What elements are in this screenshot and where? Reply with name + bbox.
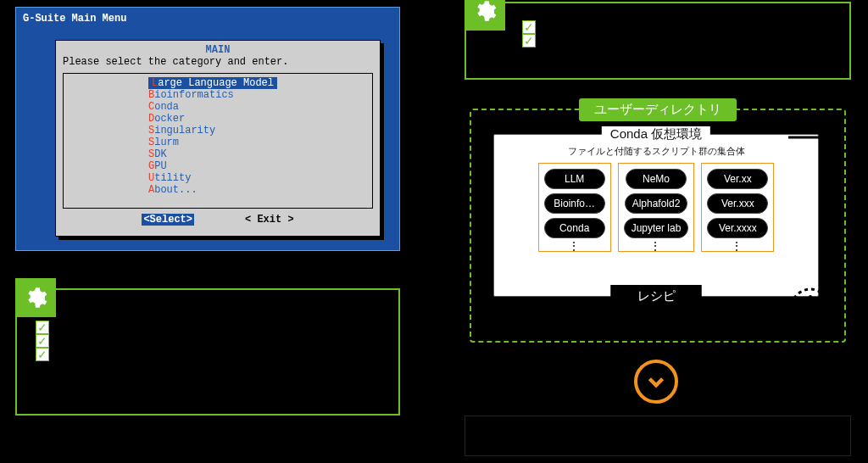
gear-badge xyxy=(15,278,56,317)
select-button[interactable]: <Select> xyxy=(142,214,194,226)
conda-env-box: Conda 仮想環境 ファイルと付随するスクリプト群の集合体 LLM Bioin… xyxy=(493,134,819,297)
recipe-pill: Alphafold2 xyxy=(625,193,688,214)
check-item: ✓ xyxy=(36,334,385,348)
recipe-pill: Ver.xx xyxy=(707,169,768,189)
check-icon: ✓ xyxy=(522,20,536,34)
feature-panel-left: ✓ ✓ ✓ xyxy=(15,288,400,416)
download-arrow-icon xyxy=(785,134,831,329)
menu-item-sdk[interactable]: SDK xyxy=(64,148,372,160)
menu-item-gpu[interactable]: GPU xyxy=(64,160,372,172)
recipe-group: Ver.xx Ver.xxx Ver.xxxx ⋮ xyxy=(701,163,774,252)
gear-badge xyxy=(465,0,505,31)
recipe-pill: LLM xyxy=(544,169,605,189)
check-list: ✓ ✓ ✓ xyxy=(17,290,398,371)
terminal-title: G-Suite Main Menu xyxy=(23,13,392,25)
ellipsis-icon: ⋮ xyxy=(649,243,663,249)
recipe-pill: Jupyter lab xyxy=(624,218,689,238)
menu-list: Large Language Model Bioinformatics Cond… xyxy=(63,73,373,209)
menu-item-conda[interactable]: Conda xyxy=(64,101,372,113)
recipe-pill: NeMo xyxy=(626,169,687,189)
user-directory-diagram: ユーザーディレクトリ Conda 仮想環境 ファイルと付随するスクリプト群の集合… xyxy=(465,93,851,348)
check-item: ✓ xyxy=(36,321,385,334)
dialog-button-row: <Select> < Exit > xyxy=(63,214,373,226)
menu-item-singularity[interactable]: Singularity xyxy=(64,125,372,137)
recipe-pill: Conda xyxy=(544,218,605,238)
ellipsis-icon: ⋮ xyxy=(568,243,581,249)
recipe-group: NeMo Alphafold2 Jupyter lab ⋮ xyxy=(618,163,695,252)
dialog-prompt: Please select the category and enter. xyxy=(63,56,373,68)
gear-icon xyxy=(24,286,47,310)
terminal-dialog: MAIN Please select the category and ente… xyxy=(55,40,381,237)
terminal-window: G-Suite Main Menu MAIN Please select the… xyxy=(15,7,400,251)
check-icon: ✓ xyxy=(522,34,536,47)
dialog-header: MAIN xyxy=(63,44,373,56)
check-icon: ✓ xyxy=(36,348,49,361)
recipe-pill: Ver.xxxx xyxy=(707,218,768,238)
output-box xyxy=(465,416,851,456)
check-icon: ✓ xyxy=(36,321,49,334)
recipe-pill: Bioinfo… xyxy=(544,193,605,214)
menu-item-docker[interactable]: Docker xyxy=(64,113,372,125)
user-directory-label: ユーザーディレクトリ xyxy=(579,98,737,121)
menu-item-about[interactable]: About... xyxy=(64,184,372,196)
recipe-pill: Ver.xxx xyxy=(707,193,768,214)
recipe-group: LLM Bioinfo… Conda ⋮ xyxy=(538,163,611,252)
svg-rect-1 xyxy=(802,317,819,321)
menu-item-bioinformatics[interactable]: Bioinformatics xyxy=(64,89,372,101)
check-list: ✓ ✓ xyxy=(466,3,849,54)
menu-item-llm[interactable]: Large Language Model xyxy=(148,77,277,89)
chevron-down-icon xyxy=(634,360,678,404)
feature-panel-right: ✓ ✓ xyxy=(465,2,851,80)
check-item: ✓ xyxy=(36,348,385,361)
menu-item-utility[interactable]: Utility xyxy=(64,172,372,184)
menu-item-slurm[interactable]: Slurm xyxy=(64,137,372,148)
check-icon: ✓ xyxy=(36,334,49,348)
ellipsis-icon: ⋮ xyxy=(731,243,744,249)
gear-icon xyxy=(473,0,497,23)
check-item: ✓ xyxy=(522,34,836,47)
exit-button[interactable]: < Exit > xyxy=(245,214,294,226)
check-item: ✓ xyxy=(522,20,836,34)
conda-env-subtitle: ファイルと付随するスクリプト群の集合体 xyxy=(494,145,818,158)
conda-env-title: Conda 仮想環境 xyxy=(602,126,710,142)
recipe-label: レシピ xyxy=(611,285,702,308)
recipe-groups: LLM Bioinfo… Conda ⋮ NeMo Alphafold2 Jup… xyxy=(494,163,818,252)
